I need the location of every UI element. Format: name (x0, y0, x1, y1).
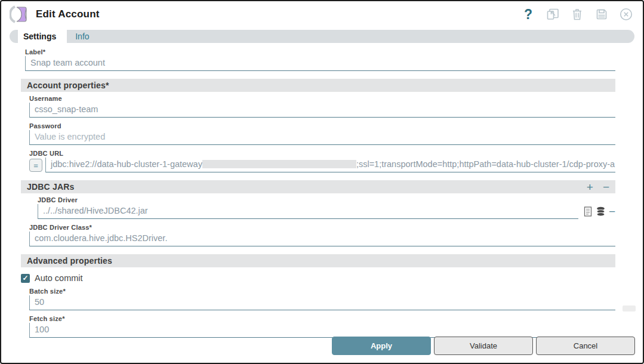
expression-toggle-button[interactable]: = (29, 159, 42, 172)
auto-commit-checkbox[interactable]: ✓ (21, 274, 30, 283)
header-toolbar: ? (521, 7, 633, 21)
file-browser-icon[interactable] (583, 206, 593, 217)
snap-account-icon (10, 5, 30, 23)
username-input[interactable]: csso_snap-team (29, 103, 615, 118)
jdbc-driver-label: JDBC Driver (38, 196, 615, 203)
jdbc-url-input[interactable]: jdbc:hive2://data-hub-cluster-1-gateway;… (45, 158, 615, 172)
jdbc-driver-class-field: JDBC Driver Class* com.cloudera.hive.jdb… (29, 224, 615, 246)
validate-button[interactable]: Validate (434, 337, 533, 355)
batch-size-label: Batch size* (29, 288, 615, 295)
question-mark-icon: ? (524, 8, 532, 21)
account-properties-header: Account properties* (21, 79, 615, 92)
fetch-size-field: Fetch size* 100 (29, 315, 615, 338)
cancel-button[interactable]: Cancel (536, 337, 635, 355)
jdbc-driver-class-label: JDBC Driver Class* (29, 224, 615, 231)
open-in-window-button[interactable] (546, 7, 560, 21)
jdbc-driver-input[interactable]: ../../shared/HiveJDBC42.jar (38, 204, 578, 219)
dialog-header: Edit Account ? (1, 1, 643, 27)
jdbc-url-label: JDBC URL (29, 150, 615, 157)
trash-icon (570, 7, 584, 21)
jdbc-jars-header: JDBC JARs + − (21, 180, 615, 193)
jdbc-jars-title: JDBC JARs (27, 182, 75, 192)
remove-row-button[interactable]: − (603, 181, 609, 193)
batch-size-field: Batch size* 50 (29, 288, 615, 310)
save-icon (594, 7, 609, 21)
password-label: Password (29, 122, 615, 129)
auto-commit-row: ✓ Auto commit (21, 273, 615, 283)
jdbc-url-field: JDBC URL = jdbc:hive2://data-hub-cluster… (29, 150, 615, 172)
tab-info-label: Info (75, 32, 89, 41)
jdbc-driver-field: JDBC Driver ../../shared/HiveJDBC42.jar … (38, 196, 615, 219)
jdbc-url-value-end: ;ssl=1;transportMode=http;httpPath=data-… (356, 159, 615, 169)
tab-bar-track: Info (67, 30, 634, 43)
tab-info[interactable]: Info (75, 32, 89, 41)
advanced-properties-title: Advanced properties (27, 256, 112, 266)
dialog-title: Edit Account (36, 8, 100, 20)
help-button[interactable]: ? (521, 7, 535, 21)
redacted-value (202, 160, 356, 168)
dialog-footer: Apply Validate Cancel (332, 337, 635, 355)
tab-settings-label: Settings (23, 32, 56, 41)
batch-size-input[interactable]: 50 (29, 295, 615, 310)
save-button[interactable] (594, 7, 609, 21)
password-field: Password Value is encrypted (29, 122, 615, 145)
auto-commit-label: Auto commit (35, 273, 83, 283)
checkmark-icon: ✓ (22, 274, 28, 282)
jdbc-driver-class-input[interactable]: com.cloudera.hive.jdbc.HS2Driver. (29, 232, 615, 246)
tab-bar: Settings Info (10, 30, 634, 43)
delete-button[interactable] (570, 7, 584, 21)
add-row-button[interactable]: + (587, 181, 593, 193)
fetch-size-input[interactable]: 100 (29, 323, 615, 338)
scrollbar-thumb[interactable] (623, 306, 636, 311)
open-in-window-icon (546, 7, 560, 21)
fetch-size-label: Fetch size* (29, 315, 615, 322)
suggest-database-icon[interactable] (596, 206, 606, 217)
label-field-label: Label* (25, 48, 615, 55)
label-field: Label* Snap team account (25, 48, 615, 71)
advanced-properties-header: Advanced properties (21, 254, 615, 267)
remove-driver-row-button[interactable]: − (609, 206, 615, 217)
label-input[interactable]: Snap team account (25, 56, 615, 71)
close-icon (619, 7, 633, 21)
apply-button[interactable]: Apply (332, 337, 431, 355)
username-label: Username (29, 95, 615, 102)
settings-form: Label* Snap team account Account propert… (1, 43, 643, 338)
username-field: Username csso_snap-team (29, 95, 615, 118)
password-input[interactable]: Value is encrypted (29, 130, 615, 145)
close-button[interactable] (619, 7, 633, 21)
edit-account-dialog: Edit Account ? (0, 0, 644, 364)
tab-settings[interactable]: Settings (22, 30, 67, 43)
account-properties-title: Account properties* (27, 81, 109, 90)
tab-bar-left-cap (10, 30, 18, 43)
jdbc-url-value-start: jdbc:hive2://data-hub-cluster-1-gateway (51, 159, 202, 169)
